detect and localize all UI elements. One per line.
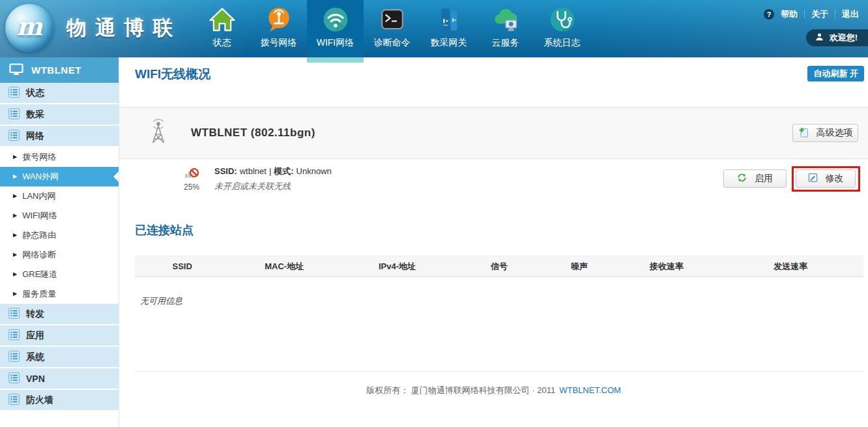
globe-logo-icon: m xyxy=(5,4,53,52)
ssid-label: SSID: xyxy=(214,166,237,176)
footer-link[interactable]: WTBLNET.COM xyxy=(559,385,621,395)
main-nav: 状态 拨号网络 xyxy=(194,0,590,57)
sidebar-subitem-dial-network[interactable]: ▶ 拨号网络 xyxy=(0,147,119,167)
nav-tab-label: 系统日志 xyxy=(544,37,581,49)
brand-logo: m 物通博联 xyxy=(5,4,181,52)
sidebar: WTBLNET 状态 数采 网络 ▶ 拨号网络 ▶ WAN外网 ▶ LAN内网 … xyxy=(0,57,119,427)
chevron-right-icon: ▶ xyxy=(13,272,17,277)
main-content: WIFI无线概况 自动刷新 开 WTBLNET (802.11bgn) 高级选项 xyxy=(119,57,868,427)
column-header-mac: MAC-地址 xyxy=(229,256,339,277)
wifi-icon xyxy=(321,5,350,35)
sidebar-item-label: WAN外网 xyxy=(22,171,59,183)
chevron-right-icon: ▶ xyxy=(13,213,17,218)
copyright-text: 版权所有： 厦门物通博联网络科技有限公司 · 2011 xyxy=(366,385,555,395)
user-welcome-badge[interactable]: 欢迎您! xyxy=(806,29,868,46)
column-header-ssid: SSID xyxy=(135,256,229,277)
list-icon xyxy=(8,372,20,385)
nav-tab-syslog[interactable]: 系统日志 xyxy=(534,0,590,57)
advanced-options-button[interactable]: 高级选项 xyxy=(792,124,858,142)
wireless-status-text: 未开启或未关联无线 xyxy=(214,181,332,192)
list-icon xyxy=(8,351,20,364)
sidebar-item-network[interactable]: 网络 xyxy=(0,126,119,147)
signal-percent: 25% xyxy=(184,183,199,192)
device-name-header: WTBLNET xyxy=(0,57,119,83)
nav-tab-cloud[interactable]: 云服务 xyxy=(477,0,534,57)
list-icon xyxy=(8,108,20,121)
signal-indicator: 25% xyxy=(180,166,203,192)
chevron-right-icon: ▶ xyxy=(13,233,17,238)
sidebar-item-data-collection[interactable]: 数采 xyxy=(0,104,119,126)
sidebar-item-label: 状态 xyxy=(26,87,44,99)
nav-tab-label: 数采网关 xyxy=(431,37,467,49)
list-icon xyxy=(8,308,20,321)
pipe-divider: | xyxy=(269,166,271,176)
nav-tab-status[interactable]: 状态 xyxy=(194,0,250,57)
sidebar-item-status[interactable]: 状态 xyxy=(0,83,119,104)
list-icon xyxy=(8,87,20,100)
modify-button[interactable]: 修改 xyxy=(796,169,856,188)
sidebar-item-label: 转发 xyxy=(26,308,44,320)
ssid-info: SSID:wtblnet|模式:Unknown 未开启或未关联无线 xyxy=(214,166,332,192)
nav-tab-dial-network[interactable]: 拨号网络 xyxy=(250,0,307,57)
ssid-value: wtblnet xyxy=(240,166,267,176)
nav-tab-label: 诊断命令 xyxy=(374,37,411,49)
nav-tab-wifi[interactable]: WIFI网络 xyxy=(307,0,364,57)
app-header: m 物通博联 状态 拨号网络 xyxy=(0,0,868,57)
sidebar-item-label: 系统 xyxy=(26,351,44,363)
sidebar-subitem-static-route[interactable]: ▶ 静态路由 xyxy=(0,226,119,245)
about-link[interactable]: 关于 xyxy=(811,8,828,20)
column-header-rx-rate: 接收速率 xyxy=(616,256,718,277)
logout-link[interactable]: 退出 xyxy=(842,8,859,20)
sidebar-item-label: WIFI网络 xyxy=(22,210,57,222)
sidebar-item-system[interactable]: 系统 xyxy=(0,347,119,368)
footer-divider xyxy=(135,371,863,372)
column-header-noise: 噪声 xyxy=(543,256,616,277)
refresh-icon xyxy=(737,173,747,184)
stethoscope-icon xyxy=(548,5,577,35)
sidebar-subitem-wan[interactable]: ▶ WAN外网 xyxy=(0,167,119,186)
empty-table-message: 无可用信息 xyxy=(140,295,868,307)
auto-refresh-toggle[interactable]: 自动刷新 开 xyxy=(807,66,864,81)
help-icon[interactable]: ? xyxy=(764,9,774,20)
broadcast-bubble-icon xyxy=(265,5,293,35)
sidebar-item-label: 数采 xyxy=(26,109,44,121)
nav-tab-gateway[interactable]: 数采网关 xyxy=(420,0,477,57)
enable-button[interactable]: 启用 xyxy=(723,169,787,188)
radio-tower-icon xyxy=(145,118,171,148)
wifi-status-row: 25% SSID:wtblnet|模式:Unknown 未开启或未关联无线 xyxy=(119,159,868,198)
table-header-row: SSID MAC-地址 IPv4-地址 信号 噪声 接收速率 发送速率 xyxy=(135,256,863,277)
sidebar-item-label: 拨号网络 xyxy=(22,151,56,163)
welcome-text: 欢迎您! xyxy=(830,32,858,44)
mode-value: Unknown xyxy=(297,166,332,176)
signal-disabled-icon xyxy=(184,166,199,181)
sidebar-item-label: 应用 xyxy=(26,330,44,342)
sidebar-item-vpn[interactable]: VPN xyxy=(0,368,119,390)
connected-stations-title: 已连接站点 xyxy=(135,222,868,238)
chevron-right-icon: ▶ xyxy=(13,194,17,199)
sidebar-subitem-wifi[interactable]: ▶ WIFI网络 xyxy=(0,206,119,226)
sidebar-item-label: LAN内网 xyxy=(22,190,55,202)
help-link[interactable]: 帮助 xyxy=(781,8,798,20)
sidebar-subitem-qos[interactable]: ▶ 服务质量 xyxy=(0,284,119,304)
chevron-right-icon: ▶ xyxy=(13,174,17,179)
mode-label: 模式: xyxy=(274,166,293,176)
server-rack-icon xyxy=(435,5,463,35)
sidebar-item-applications[interactable]: 应用 xyxy=(0,325,119,347)
sidebar-item-label: GRE隧道 xyxy=(22,269,57,280)
nav-tab-label: 状态 xyxy=(213,37,231,49)
sidebar-subitem-lan[interactable]: ▶ LAN内网 xyxy=(0,186,119,206)
monitor-icon xyxy=(9,63,23,78)
sidebar-subitem-network-diagnostics[interactable]: ▶ 网络诊断 xyxy=(0,245,119,265)
sidebar-subitem-gre-tunnel[interactable]: ▶ GRE隧道 xyxy=(0,265,119,284)
divider xyxy=(804,10,805,18)
logo-letter: m xyxy=(16,12,42,41)
sidebar-item-firewall[interactable]: 防火墙 xyxy=(0,390,119,411)
column-header-signal: 信号 xyxy=(456,256,543,277)
sidebar-item-forwarding[interactable]: 转发 xyxy=(0,304,119,325)
nav-tab-label: 云服务 xyxy=(492,37,519,49)
wifi-device-title: WTBLNET (802.11bgn) xyxy=(191,126,315,140)
nav-tab-label: WIFI网络 xyxy=(317,37,354,49)
column-header-ipv4: IPv4-地址 xyxy=(339,256,456,277)
sidebar-item-label: 网络诊断 xyxy=(22,249,56,261)
nav-tab-diagnostics[interactable]: 诊断命令 xyxy=(364,0,420,57)
